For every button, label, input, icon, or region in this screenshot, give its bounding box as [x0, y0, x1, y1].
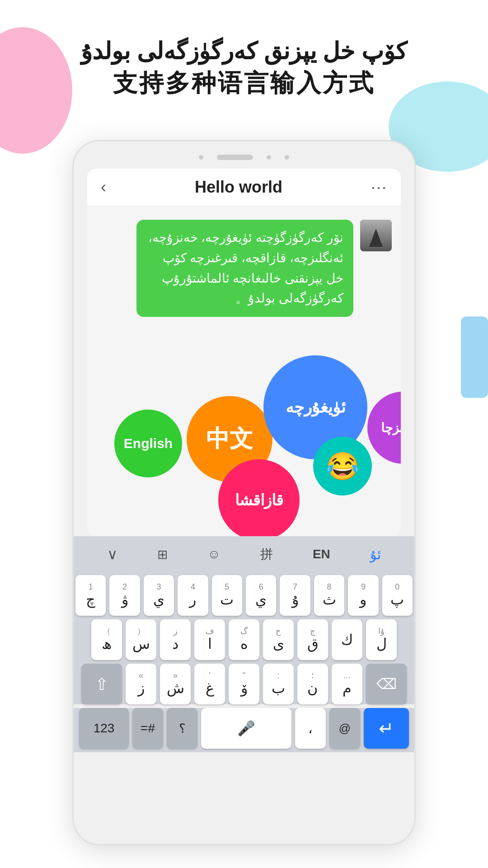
- comma-label: ،: [308, 721, 313, 736]
- comma-key[interactable]: ،: [295, 708, 326, 749]
- key-ha[interactable]: （ ھ: [91, 619, 122, 660]
- back-button[interactable]: ‹: [101, 178, 106, 197]
- avatar-figure: [369, 229, 383, 247]
- key-e[interactable]: گ ە: [229, 619, 259, 660]
- avatar-image: [360, 220, 392, 251]
- key-1-cha[interactable]: 1 چ: [75, 575, 106, 616]
- phone-dot-3: [285, 155, 289, 160]
- question-key[interactable]: ؟: [167, 708, 197, 749]
- mic-icon: 🎤: [237, 720, 255, 737]
- key-i[interactable]: خ ى: [263, 619, 294, 660]
- phone-dot-1: [199, 155, 203, 160]
- key-gha[interactable]: ' غ: [194, 664, 225, 704]
- key-ma[interactable]: … م: [332, 664, 362, 704]
- keyboard-pinyin-button[interactable]: 拼: [260, 546, 273, 563]
- keyboard-uyghur-button[interactable]: ئۇ: [370, 547, 381, 562]
- keyboard-grid-icon[interactable]: ⊞: [157, 547, 168, 562]
- num-key[interactable]: 123: [79, 708, 129, 749]
- bubble-text: نۆر كەرگۈزگۈچتە ئۈيغۇرچە، خەنزۇچە، ئەنگل…: [136, 220, 353, 317]
- keyboard-row-2: （ ھ ） س ز د ف ا گ ە خ ى: [75, 619, 413, 660]
- backspace-key[interactable]: ⌫: [366, 664, 407, 704]
- keyboard-row-1: 1 چ 2 ۋ 3 ي 4 ر 5 ت 6 ي: [75, 575, 413, 616]
- key-sha[interactable]: » ش: [160, 664, 191, 704]
- chat-container: ‹ Hello world ··· نۆر كەرگۈزگۈچتە ئۈيغۇر…: [87, 169, 401, 536]
- bubble-kazakh[interactable]: قازاقشا: [218, 459, 300, 536]
- key-sa[interactable]: ） س: [126, 619, 156, 660]
- bubble-emoji[interactable]: 😂: [313, 437, 372, 495]
- key-6-yi2[interactable]: 6 ي: [246, 575, 276, 616]
- keyboard-bottom-row: 123 =# ؟ 🎤 ، @ ↵: [74, 708, 414, 752]
- shift-key[interactable]: ⇧: [81, 664, 122, 704]
- key-alef[interactable]: ف ا: [194, 619, 225, 660]
- chat-messages: نۆر كەرگۈزگۈچتە ئۈيغۇرچە، خەنزۇچە، ئەنگل…: [87, 206, 401, 337]
- bg-blue-rect-shape: [461, 316, 488, 398]
- key-2-va[interactable]: 2 ۋ: [109, 575, 140, 616]
- keyboard-emoji-icon[interactable]: ☺: [207, 547, 221, 561]
- key-la[interactable]: ۇا ل: [366, 619, 397, 660]
- phone-dot-2: [267, 155, 271, 160]
- header-section: كۆپ خل يپزنق كەرگۈزگەلى بولدۇ 支持多种语言输入方式: [0, 36, 488, 99]
- key-4-ra[interactable]: 4 ر: [178, 575, 208, 616]
- key-5-ta[interactable]: 5 ت: [212, 575, 242, 616]
- enter-icon: ↵: [379, 718, 394, 739]
- key-da[interactable]: ز د: [160, 619, 191, 660]
- bubble-english[interactable]: English: [114, 410, 182, 477]
- at-label: @: [339, 722, 351, 736]
- key-na[interactable]: ؛ ن: [297, 664, 328, 704]
- key-qa[interactable]: چ ق: [297, 619, 328, 660]
- keyboard-hide-button[interactable]: ∨: [107, 546, 117, 563]
- keyboard-area: 1 چ 2 ۋ 3 ي 4 ر 5 ت 6 ي: [74, 572, 414, 704]
- question-label: ؟: [179, 721, 186, 736]
- keyboard-row-3: ⇧ « ز » ش ' غ " ۆ : ب ؛: [75, 664, 413, 704]
- key-oe[interactable]: " ۆ: [229, 664, 259, 704]
- message-bubble: نۆر كەرگۈزگۈچتە ئۈيغۇرچە، خەنزۇچە، ئەنگل…: [96, 220, 392, 317]
- mic-key[interactable]: 🎤: [201, 708, 291, 749]
- key-3-yi[interactable]: 3 ي: [144, 575, 174, 616]
- key-8-tha[interactable]: 8 ث: [314, 575, 344, 616]
- at-key[interactable]: @: [329, 708, 360, 749]
- key-7-u[interactable]: 7 ۇ: [280, 575, 310, 616]
- hash-key[interactable]: =#: [132, 708, 163, 749]
- key-za[interactable]: « ز: [126, 664, 156, 704]
- avatar: [360, 220, 392, 251]
- header-chinese-text: 支持多种语言输入方式: [27, 67, 461, 99]
- key-ba[interactable]: : ب: [263, 664, 294, 704]
- phone-top-bar: [74, 142, 414, 169]
- key-0-pa[interactable]: 0 پ: [382, 575, 413, 616]
- key-9-wa[interactable]: 9 و: [348, 575, 378, 616]
- keyboard-toolbar: ∨ ⊞ ☺ 拼 EN ئۇ: [74, 536, 414, 572]
- bubble-kyrgyz[interactable]: قىرغىزچا: [367, 392, 401, 464]
- enter-key[interactable]: ↵: [364, 708, 409, 749]
- chat-title: Hello world: [195, 178, 282, 197]
- chat-header: ‹ Hello world ···: [87, 169, 401, 206]
- more-button[interactable]: ···: [371, 178, 387, 197]
- header-uyghur-text: كۆپ خل يپزنق كەرگۈزگەلى بولدۇ: [27, 36, 461, 67]
- bubbles-area: English 中文 ئۈيغۇرچە 😂 قىرغىزچا قازاقشا: [87, 337, 401, 536]
- hash-label: =#: [141, 721, 155, 736]
- num-label: 123: [94, 721, 115, 736]
- phone-pill: [217, 155, 253, 160]
- phone-mockup: ‹ Hello world ··· نۆر كەرگۈزگۈچتە ئۈيغۇر…: [72, 140, 416, 845]
- key-ka[interactable]: ك: [332, 619, 362, 660]
- keyboard-en-button[interactable]: EN: [313, 547, 330, 561]
